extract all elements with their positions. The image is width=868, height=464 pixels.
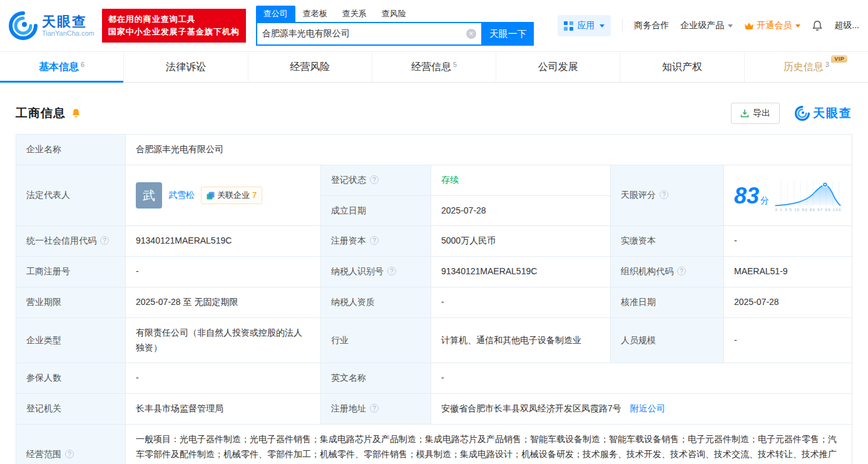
- related-companies-icon: [207, 192, 215, 200]
- section-title: 工商信息: [16, 105, 66, 121]
- logo-domain: TianYanCha.com: [42, 29, 94, 37]
- business-info-table: 企业名称 合肥源丰光电有限公司 法定代表人 武 武雪松 关联企业: [16, 134, 852, 464]
- credit-code-label: 统一社会信用代码: [16, 226, 126, 257]
- subscribe-bell-icon[interactable]: [71, 108, 81, 119]
- notification-bell-icon[interactable]: [812, 20, 823, 32]
- tab-label: 知识产权: [662, 61, 702, 74]
- english-name-label: 英文名称: [321, 363, 431, 394]
- search-tab-risk[interactable]: 查风险: [374, 6, 414, 22]
- paid-capital-value: -: [724, 226, 852, 257]
- table-row: 企业类型 有限责任公司（非自然人投资或控股的法人独资） 行业 计算机、通信和其他…: [16, 317, 852, 363]
- table-row: 营业期限 2025-07-28 至 无固定期限 纳税人资质 - 核准日期 202…: [16, 287, 852, 317]
- company-type-value: 有限责任公司（非自然人投资或控股的法人独资）: [126, 317, 321, 363]
- score-axis-labels: 0 1 3 5 15 50 85 97 99 100: [775, 208, 841, 212]
- business-scope-label: 经营范围: [16, 424, 126, 464]
- tianyancha-logo-icon: [795, 106, 810, 121]
- establish-date-value: 2025-07-28: [431, 195, 611, 226]
- tab-label: 公司发展: [538, 61, 578, 74]
- apps-menu-button[interactable]: 应用: [558, 15, 611, 36]
- org-code-value: MAERAL51-9: [724, 257, 852, 287]
- legal-rep-avatar[interactable]: 武: [136, 182, 162, 209]
- tab-basic-info[interactable]: 基本信息6: [0, 52, 123, 82]
- score-label: 天眼评分: [611, 165, 724, 226]
- taxpayer-id-label: 纳税人识别号: [321, 257, 431, 287]
- reg-number-label: 工商注册号: [16, 257, 126, 287]
- legal-rep-label: 法定代表人: [16, 165, 126, 226]
- tab-count: 6: [81, 61, 84, 68]
- score-unit: 分: [760, 195, 769, 205]
- related-companies-badge[interactable]: 关联企业 7: [201, 187, 262, 204]
- tab-intellectual-property[interactable]: 知识产权: [620, 52, 743, 82]
- tab-label: 基本信息: [39, 61, 79, 74]
- approval-date-label: 核准日期: [611, 287, 724, 317]
- help-icon[interactable]: [100, 236, 109, 245]
- score-cell[interactable]: 83分: [724, 165, 852, 226]
- table-row: 统一社会信用代码 91340121MAERAL519C 注册资本 5000万人民…: [16, 226, 852, 257]
- english-name-value: -: [431, 363, 852, 394]
- promo-badge: 都在用的商业查询工具 国家中小企业发展子基金旗下机构: [102, 9, 246, 43]
- tab-history-info[interactable]: VIP 历史信息3: [744, 52, 868, 82]
- business-scope-value: 一般项目：光电子器件制造；光电子器件销售；集成电路芯片及产品制造；集成电路芯片及…: [126, 424, 852, 464]
- promo-line2: 国家中小企业发展子基金旗下机构: [108, 26, 240, 38]
- search-tabs: 查公司 查老板 查关系 查风险: [256, 6, 534, 22]
- table-row: 参保人数 - 英文名称 -: [16, 363, 852, 394]
- establish-date-label: 成立日期: [321, 195, 431, 226]
- help-icon[interactable]: [370, 175, 379, 184]
- export-icon: [740, 109, 749, 118]
- tab-label: 法律诉讼: [166, 61, 206, 74]
- legal-rep-cell: 武 武雪松 关联企业 7: [126, 165, 321, 226]
- nav-enterprise-products[interactable]: 企业级产品: [680, 20, 733, 31]
- tab-operation-risk[interactable]: 经营风险: [248, 52, 372, 82]
- insured-count-label: 参保人数: [16, 363, 126, 394]
- tab-count: 5: [453, 61, 457, 68]
- logo-brand: 天眼查: [42, 14, 94, 29]
- site-logo[interactable]: 天眼查 TianYanCha.com: [9, 11, 94, 40]
- help-icon[interactable]: [387, 267, 396, 276]
- search-tab-relation[interactable]: 查关系: [335, 6, 374, 22]
- search-button[interactable]: 天眼一下: [483, 22, 534, 46]
- open-vip-label: 开通会员: [757, 20, 792, 31]
- org-code-label: 组织机构代码: [611, 257, 724, 287]
- clear-search-icon[interactable]: [466, 29, 476, 39]
- tab-legal-litigation[interactable]: 法律诉讼: [123, 52, 247, 82]
- export-label: 导出: [753, 108, 770, 119]
- grid-icon: [564, 21, 573, 31]
- help-icon[interactable]: [370, 404, 379, 413]
- nearby-companies-link[interactable]: 附近公司: [630, 403, 665, 413]
- tab-company-development[interactable]: 公司发展: [496, 52, 620, 82]
- export-button[interactable]: 导出: [731, 103, 780, 124]
- tab-operation-info[interactable]: 经营信息5: [372, 52, 496, 82]
- reg-capital-label: 注册资本: [321, 226, 431, 257]
- reg-authority-value: 长丰县市场监督管理局: [126, 394, 321, 425]
- nav-super-vip[interactable]: 超级...: [834, 20, 859, 31]
- table-row: 工商注册号 - 纳税人识别号 91340121MAERAL519C 组织机构代码…: [16, 257, 852, 287]
- company-name-value: 合肥源丰光电有限公司: [126, 135, 852, 165]
- help-icon[interactable]: [370, 236, 379, 245]
- chevron-down-icon: [728, 24, 733, 28]
- company-type-label: 企业类型: [16, 317, 126, 363]
- tab-count: 3: [825, 61, 829, 68]
- section-head: 工商信息 导出 天眼查: [16, 103, 852, 124]
- reg-capital-value: 5000万人民币: [431, 226, 611, 257]
- help-icon[interactable]: [660, 190, 668, 199]
- industry-label: 行业: [321, 317, 431, 363]
- legal-rep-link[interactable]: 武雪松: [168, 188, 195, 203]
- help-icon[interactable]: [677, 267, 686, 276]
- company-section-tabs: 基本信息6 法律诉讼 经营风险 经营信息5 公司发展 知识产权 VIP 历史信息…: [0, 51, 868, 83]
- divider: [622, 19, 623, 33]
- apps-label: 应用: [577, 20, 595, 31]
- reg-number-value: -: [126, 257, 321, 287]
- nav-business-cooperation[interactable]: 商务合作: [634, 20, 669, 31]
- nav-open-vip[interactable]: 开通会员: [744, 20, 800, 31]
- search-tab-boss[interactable]: 查老板: [295, 6, 335, 22]
- reg-status-label: 登记状态: [321, 165, 431, 195]
- taxpayer-quality-value: -: [431, 287, 611, 317]
- main-content: 工商信息 导出 天眼查: [0, 103, 868, 464]
- watermark-brand[interactable]: 天眼查: [795, 105, 852, 121]
- search-input[interactable]: [262, 29, 466, 39]
- search-tab-company[interactable]: 查公司: [256, 6, 295, 22]
- help-icon[interactable]: [65, 450, 74, 458]
- enterprise-products-label: 企业级产品: [680, 20, 724, 31]
- tab-label: 经营信息: [411, 61, 451, 74]
- taxpayer-id-value: 91340121MAERAL519C: [431, 257, 611, 287]
